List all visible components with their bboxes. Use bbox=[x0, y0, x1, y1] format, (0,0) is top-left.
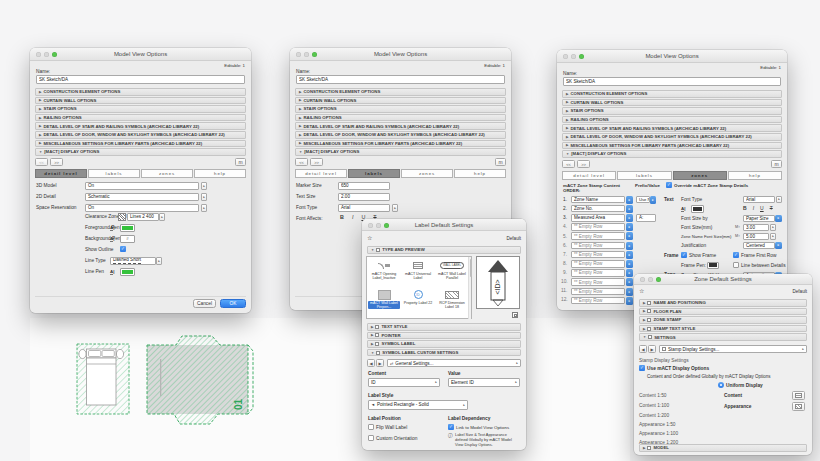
prev-page-button[interactable]: << bbox=[35, 158, 48, 166]
popup-arrow-icon[interactable]: ▸ bbox=[201, 182, 207, 191]
section-railing-options[interactable]: ▶RAILING OPTIONS bbox=[295, 114, 506, 122]
page-left-button[interactable]: ◀ bbox=[639, 345, 647, 353]
value-select[interactable]: Element ID ▸ bbox=[448, 378, 520, 387]
zone-row-select[interactable]: ** Empty Row bbox=[571, 288, 625, 296]
font-type-select[interactable]: Arial bbox=[338, 204, 390, 213]
scale-item[interactable]: Appearance 1:100 bbox=[639, 431, 678, 436]
show-frame-checkbox[interactable]: ✓ bbox=[681, 252, 687, 258]
3d-model-select[interactable]: On bbox=[85, 182, 199, 191]
favorites-star-icon[interactable]: ☆ bbox=[367, 234, 372, 241]
next-page-button[interactable]: >> bbox=[310, 158, 323, 166]
use-mact-checkbox[interactable]: ✓ bbox=[639, 365, 645, 371]
tab-zones[interactable]: zones bbox=[401, 169, 453, 178]
section-mact-display-options[interactable]: ▼[MACT] DISPLAY OPTIONS bbox=[295, 148, 506, 156]
stepper-icon[interactable]: ▸ bbox=[770, 233, 776, 241]
scale-item[interactable]: Content 1:200 bbox=[639, 413, 669, 418]
row-dropdown[interactable]: ▸ bbox=[626, 278, 633, 286]
section-detail-door-window[interactable]: ▶DETAIL LEVEL OF DOOR, WINDOW AND SKYLIG… bbox=[562, 133, 782, 141]
blue-dropdown[interactable]: ▸ bbox=[775, 215, 782, 223]
prefix-dropdown[interactable]: ▸ bbox=[650, 196, 656, 204]
zone-row-select[interactable]: ** Empty Row bbox=[571, 297, 625, 305]
section-curtain-wall-options[interactable]: ▶CURTAIN WALL OPTIONS bbox=[295, 97, 506, 105]
blue-dropdown[interactable]: ▸ bbox=[775, 242, 782, 250]
section-symbol-label[interactable]: ▶SYMBOL LABEL bbox=[367, 340, 521, 348]
preview-fit-icon[interactable] bbox=[512, 312, 518, 318]
section-model[interactable]: ▶MODEL bbox=[639, 444, 807, 452]
popup-arrow-icon[interactable]: ▸ bbox=[776, 196, 782, 204]
prefix-input[interactable] bbox=[636, 214, 656, 222]
section-detail-door-window[interactable]: ▶DETAIL LEVEL OF DOOR, WINDOW AND SKYLIG… bbox=[35, 131, 246, 139]
section-misc-library[interactable]: ▶MISCELLANEOUS SETTINGS FOR LIBRARY PART… bbox=[295, 140, 506, 148]
prev-page-button[interactable]: << bbox=[562, 160, 575, 168]
appearance-icon-button[interactable] bbox=[792, 402, 805, 411]
name-input[interactable] bbox=[296, 75, 505, 84]
section-name-and-positioning[interactable]: ▶NAME AND POSITIONING bbox=[639, 299, 807, 307]
section-stair-options[interactable]: ▶STAIR OPTIONS bbox=[295, 105, 506, 113]
popup-arrow-icon[interactable]: ▸ bbox=[159, 213, 165, 222]
text-size-input[interactable] bbox=[338, 193, 390, 202]
font-size-by-select[interactable]: Paper Size bbox=[743, 215, 775, 223]
2d-detail-select[interactable]: Schematic bbox=[85, 193, 199, 202]
scale-item[interactable]: Content 1:50 bbox=[639, 393, 666, 398]
gallery-item[interactable]: RCP Dimension Label 18 bbox=[436, 288, 468, 309]
zone-row-select[interactable]: ** Empty Row bbox=[571, 223, 625, 231]
section-stair-options[interactable]: ▶STAIR OPTIONS bbox=[35, 105, 246, 113]
space-reservation-select[interactable]: On bbox=[85, 204, 199, 213]
section-symbol-label-custom-settings[interactable]: ▼SYMBOL LABEL CUSTOM SETTINGS bbox=[367, 349, 521, 357]
scale-item[interactable]: Content 1:100 bbox=[639, 403, 669, 408]
label-style-select[interactable]: ◄ Pointed Rectangle - Solid ▸ bbox=[368, 400, 468, 410]
section-construction-element-options[interactable]: ▶CONSTRUCTION ELEMENT OPTIONS bbox=[35, 88, 246, 96]
section-settings[interactable]: ▼SETTINGS bbox=[639, 333, 807, 341]
next-page-button[interactable]: >> bbox=[577, 160, 590, 168]
tab-labels[interactable]: labels bbox=[348, 169, 400, 178]
tab-labels[interactable]: labels bbox=[88, 169, 140, 178]
zone-row-select[interactable]: Zone No. bbox=[571, 205, 625, 213]
zone-row-select[interactable]: ** Empty Row bbox=[571, 260, 625, 268]
tab-zones[interactable]: zones bbox=[141, 169, 193, 178]
row-dropdown[interactable]: ▸ bbox=[626, 223, 633, 231]
row-dropdown[interactable]: ▸ bbox=[626, 297, 633, 305]
row-dropdown[interactable]: ▸ bbox=[626, 214, 633, 222]
display-options-icon[interactable]: m bbox=[771, 160, 782, 168]
foreground-pen-swatch[interactable] bbox=[120, 224, 135, 232]
row-dropdown[interactable]: ▸ bbox=[626, 260, 633, 268]
content-icon-button[interactable] bbox=[792, 391, 805, 400]
tab-detail-level[interactable]: detail level bbox=[295, 169, 347, 178]
gallery-item[interactable]: mACT Universal Label bbox=[402, 259, 434, 280]
tab-detail-level[interactable]: detail level bbox=[562, 171, 616, 180]
popup-arrow-icon[interactable]: ▸ bbox=[392, 204, 398, 213]
underline-button[interactable]: U bbox=[760, 205, 764, 211]
justification-select[interactable]: Centered bbox=[743, 242, 775, 250]
settings-page-dropdown[interactable]: Stamp Display Settings... ▸ bbox=[659, 345, 807, 353]
titlebar[interactable]: Model View Options bbox=[290, 48, 511, 61]
section-misc-library[interactable]: ▶MISCELLANEOUS SETTINGS FOR LIBRARY PART… bbox=[562, 142, 782, 150]
next-page-button[interactable]: >> bbox=[50, 158, 63, 166]
titlebar[interactable]: Zone Default Settings bbox=[634, 274, 812, 285]
section-type-and-preview[interactable]: ▼TYPE AND PREVIEW bbox=[367, 246, 521, 254]
show-outline-checkbox[interactable]: ✓ bbox=[120, 246, 126, 252]
section-railing-options[interactable]: ▶RAILING OPTIONS bbox=[35, 114, 246, 122]
popup-arrow-icon[interactable]: ▸ bbox=[156, 257, 162, 266]
custom-orientation-checkbox[interactable] bbox=[368, 435, 374, 441]
line-between-checkbox[interactable] bbox=[733, 262, 739, 268]
page-right-button[interactable]: ▶ bbox=[376, 359, 384, 367]
display-options-icon[interactable]: m bbox=[235, 158, 246, 166]
override-checkbox[interactable]: ✓ bbox=[666, 182, 672, 188]
popup-arrow-icon[interactable]: ▸ bbox=[201, 193, 207, 202]
favorites-star-icon[interactable]: ☆ bbox=[639, 287, 644, 294]
section-text-style[interactable]: ▶TEXT STYLE bbox=[367, 323, 521, 331]
zone-row-select[interactable]: ** Empty Row bbox=[571, 251, 625, 259]
display-options-icon[interactable]: m bbox=[495, 158, 506, 166]
section-floor-plan[interactable]: ▶FLOOR PLAN bbox=[639, 308, 807, 316]
clearance-fill-select[interactable]: Lines 2 400 bbox=[127, 213, 159, 222]
row-dropdown[interactable]: ▸ bbox=[626, 269, 633, 277]
section-detail-door-window[interactable]: ▶DETAIL LEVEL OF DOOR, WINDOW AND SKYLIG… bbox=[295, 131, 506, 139]
gallery-item[interactable]: ID Property Label 22 bbox=[402, 288, 434, 305]
section-stamp-text-style[interactable]: ▶STAMP TEXT STYLE bbox=[639, 325, 807, 333]
font-size-input[interactable] bbox=[743, 224, 769, 232]
page-right-button[interactable]: ▶ bbox=[648, 345, 656, 353]
popup-arrow-icon[interactable]: ▸ bbox=[201, 204, 207, 213]
section-detail-stair-railing[interactable]: ▶DETAIL LEVEL OF STAIR AND RAILING SYMBO… bbox=[295, 122, 506, 130]
zone-row-select[interactable]: ** Empty Row bbox=[571, 278, 625, 286]
zone-row-select[interactable]: Zone Name bbox=[571, 196, 625, 204]
